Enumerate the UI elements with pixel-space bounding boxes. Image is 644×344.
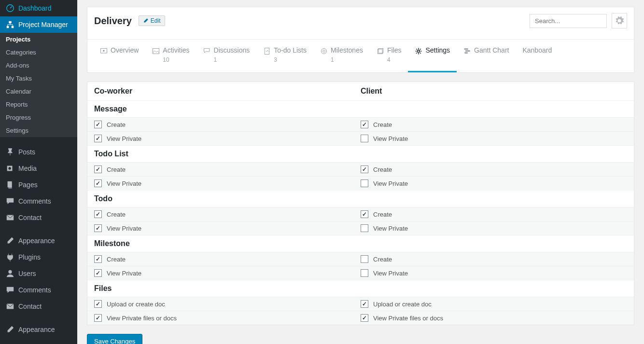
cb-cl-todolist-vp[interactable] [361,179,368,187]
cb-cw-message-vp[interactable] [94,135,102,142]
cb-cw-message-create[interactable] [94,121,102,128]
nav-contact-2[interactable]: Contact [0,298,77,315]
nav-sub-projects[interactable]: Projects [0,33,77,46]
admin-sidebar: Dashboard Project Manager Projects Categ… [0,0,77,344]
svg-rect-7 [8,183,12,189]
row-milestone-create: CreateCreate [87,252,634,266]
svg-point-15 [321,48,326,54]
files-count: 4 [387,56,402,63]
cb-cl-message-vp[interactable] [361,135,368,142]
target-icon [320,47,328,55]
cb-cl-files-vp[interactable] [361,314,368,322]
milestones-count: 1 [331,56,363,63]
brush-icon [6,236,14,245]
row-files-vp: View Private files or docsView Private f… [87,311,634,325]
tab-activities[interactable]: Activities10 [145,40,196,72]
plug-icon [6,253,14,261]
cb-cl-files-upload[interactable] [361,300,368,308]
svg-point-12 [103,50,104,52]
nav-appearance-2[interactable]: Appearance [0,321,77,338]
comment-icon [6,197,14,206]
discussions-count: 1 [214,56,250,63]
search-input[interactable] [530,14,607,28]
cb-cw-files-upload[interactable] [94,300,102,308]
cb-cl-milestone-vp[interactable] [361,269,368,277]
project-title: Delivery [94,15,132,27]
todolists-count: 3 [274,56,307,63]
nav-sub-reports[interactable]: Reports [0,98,77,111]
gear-icon [415,47,422,55]
nav-sub-mytasks[interactable]: My Tasks [0,72,77,85]
cb-cw-todolist-create[interactable] [94,165,102,173]
save-changes-button[interactable]: Save Changes [87,334,142,344]
tab-discussions[interactable]: Discussions1 [196,40,257,72]
svg-point-9 [8,270,12,274]
cb-cl-todolist-create[interactable] [361,165,368,173]
grid-header: Co-worker Client [87,82,634,100]
row-milestone-vp: View PrivateView Private [87,266,634,280]
cb-cw-todo-create[interactable] [94,210,102,218]
nav-sub-addons[interactable]: Add-ons [0,59,77,72]
clipboard-icon [263,47,271,55]
tab-kanboard[interactable]: Kanboard [516,40,559,72]
nav-sub-progress[interactable]: Progress [0,111,77,124]
settings-gear-button[interactable] [612,13,627,28]
nav-comments-2[interactable]: Comments [0,282,77,298]
nav-users[interactable]: Users [0,265,77,282]
svg-rect-21 [465,50,470,51]
tab-overview[interactable]: Overview [93,40,145,72]
nav-project-manager[interactable]: Project Manager [0,16,77,33]
nav-sub-settings[interactable]: Settings [0,124,77,137]
nav-sub-categories[interactable]: Categories [0,46,77,59]
edit-button[interactable]: Edit [139,15,165,26]
cb-cl-todo-create[interactable] [361,210,368,218]
project-tabs: Overview Activities10 Discussions1 To-do… [87,39,634,72]
nav-sub-calendar[interactable]: Calendar [0,85,77,98]
section-milestone: Milestone [87,235,634,252]
nav-comments[interactable]: Comments [0,193,77,209]
row-todo-vp: View PrivateView Private [87,221,634,235]
row-message-create: CreateCreate [87,117,634,131]
nav-plugins[interactable]: Plugins [0,249,77,265]
nav-media[interactable]: Media [0,160,77,177]
gear-icon [615,16,624,25]
files-icon [377,47,384,55]
svg-rect-20 [464,48,468,49]
nav-appearance[interactable]: Appearance [0,233,77,249]
nav-posts[interactable]: Posts [0,144,77,160]
col-client: Client [361,87,627,96]
pin-icon [6,148,14,156]
cb-cw-todolist-vp[interactable] [94,179,102,187]
tab-files[interactable]: Files4 [370,40,408,72]
row-todolist-create: CreateCreate [87,162,634,176]
pencil-icon [143,18,149,24]
cb-cw-milestone-vp[interactable] [94,269,102,277]
tab-gantt[interactable]: Gantt Chart [457,40,516,72]
svg-point-5 [8,167,11,169]
cb-cw-milestone-create[interactable] [94,255,102,263]
tab-milestones[interactable]: Milestones1 [313,40,370,72]
nav-dashboard[interactable]: Dashboard [0,0,77,16]
nav-contact[interactable]: Contact [0,209,77,226]
col-coworker: Co-worker [94,87,361,96]
tab-settings[interactable]: Settings [408,40,457,72]
dashboard-icon [6,4,14,13]
media-icon [6,164,14,173]
cb-cw-files-vp[interactable] [94,314,102,322]
brush-icon [6,325,14,334]
cb-cl-milestone-create[interactable] [361,255,368,263]
overview-icon [100,47,108,55]
svg-point-16 [323,50,325,53]
activities-count: 10 [163,56,189,63]
svg-rect-2 [7,26,9,28]
cb-cl-todo-vp[interactable] [361,224,368,232]
row-files-upload: Upload or create docUpload or create doc [87,297,634,311]
sitemap-icon [6,20,14,29]
tab-todolists[interactable]: To-do Lists3 [256,40,313,72]
cb-cl-message-create[interactable] [361,121,368,128]
nav-pages[interactable]: Pages [0,177,77,193]
main-content: Delivery Edit Overview Activities10 Disc… [77,0,644,344]
user-icon [6,269,14,278]
cb-cw-todo-vp[interactable] [94,224,102,232]
permissions-grid: Co-worker Client Message CreateCreate Vi… [87,82,634,325]
